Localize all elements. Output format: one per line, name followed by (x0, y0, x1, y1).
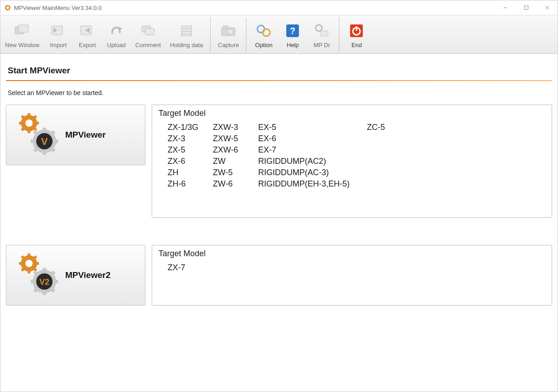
mp-dr-button[interactable]: MP Dr (307, 15, 336, 53)
export-icon (77, 22, 97, 40)
model-cell: ZH-6 (168, 179, 213, 189)
model-cell: EX-7 (258, 145, 367, 155)
model-cell: ZC-5 (367, 123, 412, 132)
page-title: Start MPViewer (6, 63, 552, 80)
toolbar-separator (246, 17, 246, 52)
content-area: Start MPViewer Select an MPViewer to be … (0, 54, 558, 392)
toolbar-label: Help (287, 42, 299, 48)
model-cell (367, 157, 412, 166)
model-cell: ZX-3 (168, 134, 213, 143)
mpviewer2-label: MPViewer2 (65, 270, 111, 280)
svg-line-58 (34, 256, 36, 259)
svg-line-39 (22, 128, 24, 130)
minimize-button[interactable] (495, 0, 516, 15)
holding-data-button[interactable]: Holding data (165, 15, 207, 53)
model-cell: ZH (168, 168, 213, 177)
svg-line-46 (34, 131, 38, 135)
model-cell: ZW-5 (213, 168, 258, 177)
mpviewer-label: MPViewer (65, 130, 106, 140)
model-cell: ZX-5 (168, 145, 213, 155)
target-model-panel-2: Target Model ZX-7 (152, 245, 552, 306)
svg-line-69 (34, 288, 38, 292)
model-cell (367, 168, 412, 177)
svg-line-36 (22, 116, 24, 119)
close-button[interactable] (537, 0, 558, 15)
badge-text: V (41, 136, 48, 147)
target-model-title: Target Model (159, 249, 545, 258)
svg-point-23 (263, 29, 270, 36)
svg-rect-3 (524, 6, 528, 10)
svg-rect-27 (321, 31, 328, 36)
toolbar-label: Import (50, 42, 67, 48)
viewer-row-mpviewer: V MPViewer Target Model ZX-1/3G ZXW-3 EX… (6, 105, 552, 218)
model-cell (367, 179, 412, 189)
mpviewer2-button[interactable]: V2 MPViewer2 (6, 245, 145, 306)
svg-point-60 (25, 260, 33, 267)
import-button[interactable]: Import (44, 15, 73, 53)
new-window-button[interactable]: New Window (0, 15, 44, 53)
titlebar: MPViewer MainMenu Ver3.34.0.0 (0, 0, 558, 15)
badge-text: V2 (39, 277, 49, 287)
svg-line-47 (51, 148, 54, 151)
svg-rect-14 (145, 29, 154, 35)
end-icon (346, 22, 366, 40)
toolbar-label: New Window (5, 42, 39, 48)
svg-line-48 (51, 131, 54, 135)
toolbar-label: Upload (107, 42, 125, 48)
holding-data-icon (177, 22, 197, 40)
model-cell: EX-5 (258, 123, 367, 132)
svg-point-26 (316, 25, 322, 31)
window-controls (495, 0, 558, 15)
svg-line-56 (22, 256, 24, 259)
model-cell: RIGIDDUMP(AC-3) (258, 168, 367, 177)
model-cell: ZW (213, 157, 258, 166)
svg-rect-7 (19, 25, 29, 32)
model-cell (367, 134, 412, 143)
upload-button[interactable]: Upload (102, 15, 131, 53)
svg-rect-15 (182, 26, 192, 36)
help-button[interactable]: ? Help (278, 15, 307, 53)
toolbar-label: Comment (135, 42, 161, 48)
model-cell: ZW-6 (213, 179, 258, 189)
capture-button[interactable]: Capture (213, 15, 243, 53)
toolbar-label: MP Dr (313, 42, 330, 48)
model-cell: ZX-7 (159, 263, 545, 272)
maximize-button[interactable] (516, 0, 537, 15)
target-model-title: Target Model (159, 109, 545, 118)
end-button[interactable]: End (342, 15, 371, 53)
mpviewer2-icon: V2 (11, 251, 61, 300)
toolbar-label: Holding data (170, 42, 203, 48)
help-icon: ? (283, 22, 303, 40)
svg-line-68 (51, 272, 54, 275)
toolbar-label: End (351, 42, 362, 48)
option-icon (254, 22, 274, 40)
svg-line-67 (51, 288, 54, 292)
toolbar-label: Option (255, 42, 272, 48)
window-title: MPViewer MainMenu Ver3.34.0.0 (14, 5, 101, 11)
svg-line-37 (34, 128, 36, 130)
import-icon (48, 22, 68, 40)
toolbar-separator (210, 17, 211, 52)
model-cell: ZX-1/3G (168, 123, 213, 132)
toolbar-label: Export (79, 42, 96, 48)
model-cell: ZX-6 (168, 157, 213, 166)
svg-rect-21 (223, 26, 228, 29)
comment-icon (138, 22, 158, 40)
model-cell: RIGIDDUMP(EH-3,EH-5) (258, 179, 367, 189)
model-cell (367, 145, 412, 155)
page-subtitle: Select an MPViewer to be started. (6, 89, 552, 105)
option-button[interactable]: Option (249, 15, 278, 53)
export-button[interactable]: Export (73, 15, 102, 53)
mp-dr-icon (312, 22, 332, 40)
svg-line-57 (34, 268, 36, 271)
comment-button[interactable]: Comment (131, 15, 165, 53)
mpviewer-button[interactable]: V MPViewer (6, 105, 145, 165)
model-cell: ZXW-5 (213, 134, 258, 143)
svg-line-66 (34, 272, 38, 275)
svg-line-59 (22, 268, 24, 271)
model-cell: RIGIDDUMP(AC2) (258, 157, 367, 166)
mpviewer-icon: V (11, 110, 61, 159)
toolbar: New Window Import Export Upload (0, 15, 558, 54)
toolbar-separator (339, 17, 339, 52)
app-icon (4, 4, 11, 11)
